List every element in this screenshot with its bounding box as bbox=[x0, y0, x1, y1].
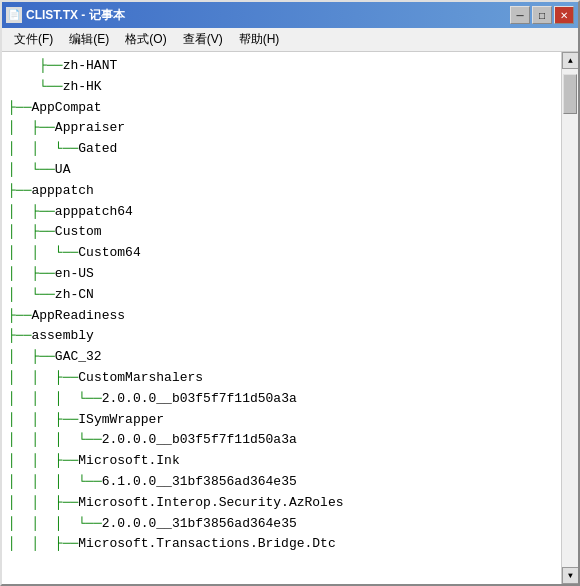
vertical-scrollbar[interactable]: ▲ ▼ bbox=[561, 52, 578, 584]
close-button[interactable]: ✕ bbox=[554, 6, 574, 24]
menu-help[interactable]: 帮助(H) bbox=[231, 29, 288, 50]
scroll-track[interactable] bbox=[562, 69, 578, 567]
minimize-button[interactable]: ─ bbox=[510, 6, 530, 24]
window-title: CLIST.TX - 记事本 bbox=[26, 7, 125, 24]
scroll-thumb[interactable] bbox=[563, 74, 577, 114]
title-bar: 📄 CLIST.TX - 记事本 ─ □ ✕ bbox=[2, 2, 578, 28]
menu-file[interactable]: 文件(F) bbox=[6, 29, 61, 50]
title-bar-left: 📄 CLIST.TX - 记事本 bbox=[6, 7, 125, 24]
menu-view[interactable]: 查看(V) bbox=[175, 29, 231, 50]
scroll-up-button[interactable]: ▲ bbox=[562, 52, 578, 69]
app-icon: 📄 bbox=[6, 7, 22, 23]
maximize-button[interactable]: □ bbox=[532, 6, 552, 24]
menu-format[interactable]: 格式(O) bbox=[117, 29, 174, 50]
scroll-down-button[interactable]: ▼ bbox=[562, 567, 578, 584]
title-buttons: ─ □ ✕ bbox=[510, 6, 574, 24]
text-editor[interactable]: ├──zh-HANT └──zh-HK ├──AppCompat │ ├──Ap… bbox=[2, 52, 561, 584]
content-area: ├──zh-HANT └──zh-HK ├──AppCompat │ ├──Ap… bbox=[2, 52, 578, 584]
menu-bar: 文件(F) 编辑(E) 格式(O) 查看(V) 帮助(H) bbox=[2, 28, 578, 52]
main-window: 📄 CLIST.TX - 记事本 ─ □ ✕ 文件(F) 编辑(E) 格式(O)… bbox=[0, 0, 580, 586]
menu-edit[interactable]: 编辑(E) bbox=[61, 29, 117, 50]
